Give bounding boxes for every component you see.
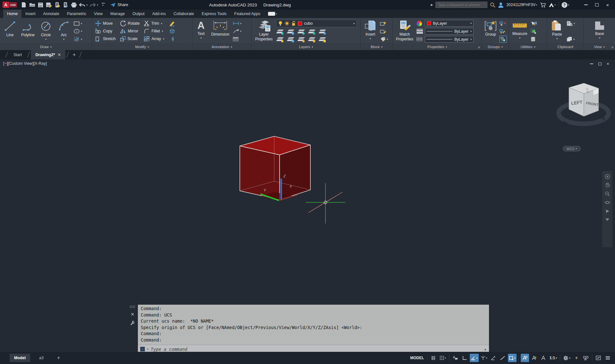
select-similar-tool[interactable] [531,28,537,35]
arc-dropdown[interactable]: ▾ [63,38,64,41]
search-icon[interactable] [490,2,495,8]
layer-make-current-tool[interactable] [318,29,326,35]
tab-parametric[interactable]: Parametric [63,10,90,18]
text-tool[interactable]: A Text ▾ [194,20,208,39]
showmotion-icon[interactable] [604,208,610,214]
save-as-button[interactable] [45,1,52,8]
isolate-objects-button[interactable] [582,354,590,362]
quick-calculator-tool[interactable] [531,36,537,43]
annotation-autoscale-toggle[interactable] [530,354,538,362]
file-tab-drawing2[interactable]: Drawing2* ✕ [31,50,65,59]
mirror-tool[interactable]: Mirror [120,29,140,34]
panel-label-annotation[interactable]: Annotation▾ [192,43,251,50]
status-bar-menu-button[interactable] [603,354,612,362]
signed-in-user[interactable]: 20241129FHF3V ▾ [506,3,537,7]
text-dropdown[interactable]: ▾ [200,37,202,39]
ortho-mode-toggle[interactable] [460,354,469,362]
model-space-toggle[interactable]: MODEL [409,354,425,362]
trim-tool[interactable]: Trim▾ [144,21,164,26]
redo-button[interactable] [89,1,96,8]
ribbon-display-toggle[interactable]: ▾ [268,10,277,18]
match-properties-tool[interactable]: Match Properties [395,20,415,41]
rectangle-tool[interactable]: ▾ [74,20,82,27]
pan-hand-icon[interactable] [604,182,610,188]
command-terminal-icon[interactable]: › [140,347,145,351]
polar-tracking-toggle[interactable]: ▾ [470,354,479,362]
tab-featured-apps[interactable]: Featured Apps [231,10,264,18]
orbit-icon[interactable] [604,199,610,205]
quick-select-tool[interactable] [531,20,537,27]
leader-tool[interactable]: ▾ [233,28,241,35]
undo-dropdown[interactable]: ▾ [86,4,88,6]
customize-qat-dropdown[interactable]: ▾ [100,1,107,8]
new-layout-button[interactable]: + [53,354,64,362]
open-from-web-mobile-button[interactable] [54,1,61,8]
minimize-button[interactable] [581,1,591,9]
edit-attributes-tool[interactable]: ▾ [380,36,388,43]
help-menu[interactable]: ? ▾ [561,2,569,8]
layer-match-tool[interactable] [318,37,326,42]
new-drawing-tab-button[interactable]: + [70,50,78,59]
measure-dropdown[interactable]: ▾ [519,37,520,39]
tab-view[interactable]: View [90,10,106,18]
move-tool[interactable]: Move [95,21,116,26]
viewcube[interactable]: N W S TOP LEFT FRONT [552,75,615,140]
fillet-tool[interactable]: Fillet▾ [144,29,164,34]
layer-turn-all-on-tool[interactable] [276,37,284,42]
properties-dialog-launcher[interactable]: ⇲ [477,46,480,49]
paste-dropdown[interactable]: ▾ [556,37,558,40]
group-selection-toggle[interactable] [499,36,507,43]
tab-express-tools[interactable]: Express Tools [198,10,231,18]
group-edit-tool[interactable] [499,28,507,35]
zoom-icon[interactable] [604,191,610,197]
layer-freeze-tool[interactable] [297,29,305,35]
annotation-scale-button[interactable] [539,354,548,362]
panel-label-modify[interactable]: Modify▾ [92,43,192,50]
drag-handle-icon[interactable] [130,305,135,308]
close-command-palette-icon[interactable]: ✕ [131,312,134,317]
user-avatar-icon[interactable] [498,2,504,8]
layer-isolate-tool[interactable] [287,29,294,35]
edit-block-tool[interactable] [380,28,388,35]
create-block-tool[interactable] [380,20,388,27]
clean-screen-button[interactable] [594,354,602,362]
linetype-icon[interactable] [417,36,423,43]
offset-tool[interactable] [169,36,175,42]
share-button[interactable]: Share [110,3,128,7]
paste-tool[interactable]: Paste ▾ [549,20,565,40]
object-snap-toggle[interactable]: ▾ [508,354,517,362]
cut-clip-tool[interactable]: ▾ [567,20,575,27]
tab-manage[interactable]: Manage [106,10,129,18]
undo-button[interactable] [79,1,86,8]
linear-dimension-tool[interactable]: ▾ [233,20,241,27]
circle-tool[interactable]: Circle ▾ [38,20,54,41]
cart-icon[interactable] [540,2,546,8]
wcs-menu-button[interactable]: WCS▾ [563,146,581,151]
tab-insert[interactable]: Insert [21,10,39,18]
open-file-button[interactable] [29,1,36,8]
file-tab-start[interactable]: Start [9,50,26,59]
tab-add-ins[interactable]: Add-ins [148,10,170,18]
annotation-scale-value[interactable]: 1:1▾ [549,354,558,362]
app-menu-button[interactable]: A CAD [3,2,17,8]
new-file-button[interactable] [20,1,27,8]
color-wheel-icon[interactable] [417,20,423,27]
layer-dropdown[interactable]: cubo ▾ [276,20,357,27]
stretch-tool[interactable]: Stretch [95,36,116,42]
layer-dropdown-arrow[interactable]: ▾ [353,22,355,25]
tab-collaborate[interactable]: Collaborate [170,10,198,18]
measure-tool[interactable]: Measure ▾ [511,20,529,39]
lineweight-dropdown[interactable]: ByLayer ▾ [425,28,474,35]
line-tool[interactable]: Line [2,20,18,37]
status-bar-plus-button[interactable]: + [572,354,581,362]
snap-mode-toggle[interactable]: ▾ [439,354,447,362]
tab-home[interactable]: Home [3,10,21,18]
layer-properties-button[interactable]: Layer Properties [254,20,274,41]
panel-label-properties[interactable]: Properties▾ ⇲ [393,43,482,50]
tab-output[interactable]: Output [129,10,148,18]
isometric-drafting-toggle[interactable]: ▾ [480,354,488,362]
plot-button[interactable] [70,1,77,8]
polyline-tool[interactable]: Polyline [20,20,36,37]
layer-lock-tool[interactable] [308,29,316,35]
panel-label-clipboard[interactable]: Clipboard [547,43,583,50]
